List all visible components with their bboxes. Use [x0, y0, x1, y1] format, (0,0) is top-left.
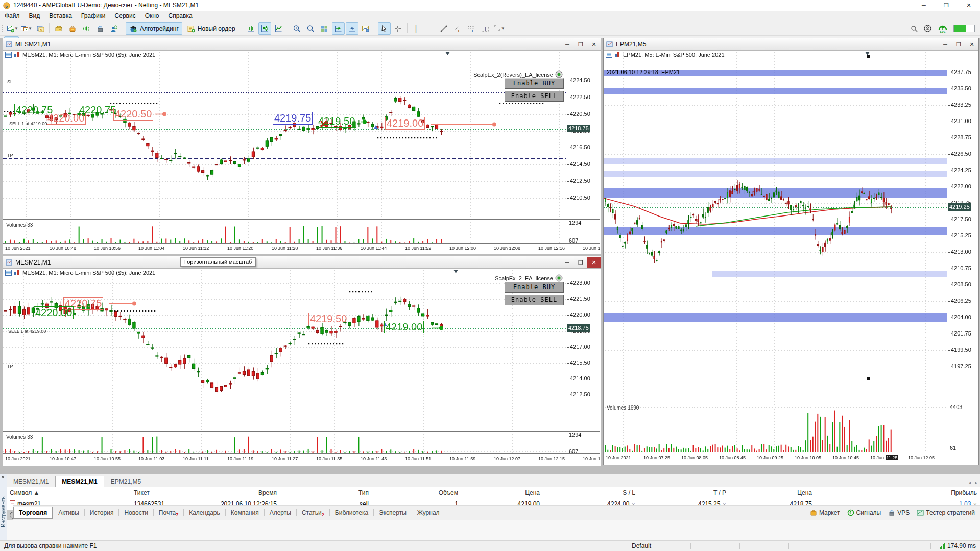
new-chart-button[interactable]: ▼ [6, 22, 19, 35]
chart-restore-button[interactable]: ❐ [952, 39, 965, 50]
new-order-button[interactable]: Новый ордер [183, 22, 239, 35]
service-button-market[interactable]: Маркет [810, 509, 840, 516]
cursor-button[interactable] [378, 22, 391, 35]
templates-button[interactable] [360, 22, 372, 35]
shapes-button[interactable]: ▼ [493, 22, 506, 35]
profiles-button[interactable]: ▼ [20, 22, 33, 35]
toolbox-tab-Алерты[interactable]: Алерты [265, 507, 296, 518]
service-button-tester[interactable]: Тестер стратегий [917, 509, 975, 516]
service-button-vps[interactable]: VPS [888, 509, 910, 516]
toolbox-tab-История[interactable]: История [85, 507, 119, 518]
horizontal-line-button[interactable]: — [424, 22, 437, 35]
chart-minimize-button[interactable]: ─ [561, 39, 574, 50]
column-header-6[interactable]: S / L [543, 489, 638, 496]
account-icon[interactable] [923, 24, 932, 33]
search-icon[interactable] [910, 25, 918, 33]
column-header-2[interactable]: Время [187, 489, 280, 496]
latency-value: 174.90 ms [947, 542, 976, 549]
crosshair-button[interactable] [392, 22, 404, 35]
ea-smiley-icon[interactable] [555, 70, 563, 78]
community-button[interactable] [107, 22, 120, 35]
enable-sell-button[interactable]: Enable SELL [505, 91, 564, 102]
chart-close-button[interactable]: ✕ [587, 39, 601, 50]
tile-windows-button[interactable] [318, 22, 331, 35]
text-tool-button[interactable]: T [479, 22, 492, 35]
chart-tab-MESM21,M1[interactable]: MESM21,M1 [7, 476, 55, 487]
column-header-1[interactable]: Тикет [131, 489, 187, 496]
toolbox-tab-Торговля[interactable]: Торговля [13, 507, 53, 519]
toolbox-tab-Компания[interactable]: Компания [226, 507, 264, 518]
chart-restore-button[interactable]: ❐ [574, 257, 587, 268]
vertical-line-button[interactable]: │ [410, 22, 423, 35]
close-button[interactable]: ✕ [958, 0, 980, 11]
column-header-0[interactable]: Символ ▲ [7, 489, 131, 496]
enable-buy-button[interactable]: Enable BUY [505, 78, 564, 89]
menu-item-Графики[interactable]: Графики [77, 11, 110, 21]
trendline-button[interactable] [438, 22, 450, 35]
toolbox-tab-Новости[interactable]: Новости [119, 507, 153, 518]
signals-service-button[interactable] [80, 22, 92, 35]
line-mode-button[interactable] [272, 22, 285, 35]
service-button-signals[interactable]: Сигналы [847, 509, 881, 516]
toolbox-close-icon[interactable]: ✕ [1, 475, 5, 480]
price-chart-canvas[interactable] [604, 51, 977, 465]
column-header-7[interactable]: T / P [638, 489, 729, 496]
wallet-button[interactable] [52, 22, 65, 35]
bars-mode-button[interactable] [245, 22, 257, 35]
chart-shift-button[interactable] [346, 22, 358, 35]
menu-item-Вид[interactable]: Вид [25, 11, 45, 21]
algotrading-button[interactable]: Алготрейдинг [126, 22, 182, 35]
minimize-button[interactable]: ─ [913, 0, 935, 11]
price-comment-label: 4219.50 [308, 313, 348, 325]
toolbox-tab-Статьи[interactable]: Статьи2 [297, 507, 329, 518]
fibonacci-button[interactable]: F [465, 22, 478, 35]
chart-restore-button[interactable]: ❐ [574, 39, 587, 50]
menu-item-Окно[interactable]: Окно [140, 11, 164, 21]
column-header-3[interactable]: Тип [280, 489, 372, 496]
zoom-in-button[interactable] [291, 22, 303, 35]
toolbox-tab-Календарь[interactable]: Календарь [184, 507, 225, 518]
vps-service-button[interactable] [93, 22, 106, 35]
menu-item-Справка[interactable]: Справка [164, 11, 197, 21]
profiles-icon [20, 25, 28, 33]
enable-sell-button[interactable]: Enable SELL [505, 295, 564, 305]
menu-item-Сервис[interactable]: Сервис [110, 11, 140, 21]
toolbar-grip[interactable] [2, 24, 4, 33]
chart-minimize-button[interactable]: ─ [561, 257, 574, 268]
market-store-button[interactable] [66, 22, 79, 35]
column-header-5[interactable]: Цена [461, 489, 543, 496]
market-watch-button[interactable]: $ [34, 22, 46, 35]
menu-item-Вставка[interactable]: Вставка [44, 11, 77, 21]
toolbox-tab-Журнал[interactable]: Журнал [412, 507, 445, 518]
toolbox-tab-Библиотека[interactable]: Библиотека [330, 507, 373, 518]
ea-smiley-icon[interactable] [555, 274, 563, 282]
chart-window-titlebar[interactable]: MESM21,M1 ─❐✕ [3, 38, 601, 51]
toolbox-tab-Активы[interactable]: Активы [53, 507, 84, 518]
chart-close-button[interactable]: ✕ [965, 39, 978, 50]
toolbox-tab-Почта[interactable]: Почта7 [154, 507, 183, 518]
column-header-4[interactable]: Объем [372, 489, 461, 496]
zoom-out-button[interactable] [304, 22, 317, 35]
equidistant-channel-button[interactable]: E [451, 22, 464, 35]
chart-tab-scroll-arrows[interactable]: ◂ ▸ [968, 480, 979, 485]
candles-mode-button[interactable] [258, 22, 271, 35]
restore-button[interactable]: ❐ [935, 0, 958, 11]
chart-window-titlebar[interactable]: EPM21,M5 ─❐✕ [604, 38, 978, 51]
chart-window-titlebar[interactable]: MESM21,M1 ─❐✕ [3, 256, 601, 269]
chart-tab-MESM21,M1[interactable]: MESM21,M1 [55, 476, 104, 487]
toolbox-tab-Эксперты[interactable]: Эксперты [374, 507, 412, 518]
toolbox-panel: ✕ Инструменты MESM21,M1MESM21,M1EPM21,M5… [0, 474, 980, 540]
status-profile[interactable]: Default [632, 542, 651, 549]
lvl-indicator[interactable]: LVL [937, 25, 948, 33]
column-header-9[interactable]: Прибыль [815, 489, 980, 496]
column-header-8[interactable]: Цена [729, 489, 815, 496]
time-axis-tick: 10 Jun 11:04 [138, 246, 164, 251]
chart-window-mesm21-m1-top: MESM21,M1 ─❐✕ MESM21, M1: Micro E-mini S… [3, 38, 601, 254]
chart-minimize-button[interactable]: ─ [939, 39, 952, 50]
chart-tab-EPM21,M5[interactable]: EPM21,M5 [104, 476, 148, 487]
enable-buy-button[interactable]: Enable BUY [505, 282, 564, 293]
chart-close-button[interactable]: ✕ [587, 257, 601, 268]
menu-item-Файл[interactable]: Файл [0, 11, 25, 21]
auto-scroll-button[interactable] [332, 22, 345, 35]
toolbox-side-label[interactable]: Инструменты [1, 494, 6, 530]
